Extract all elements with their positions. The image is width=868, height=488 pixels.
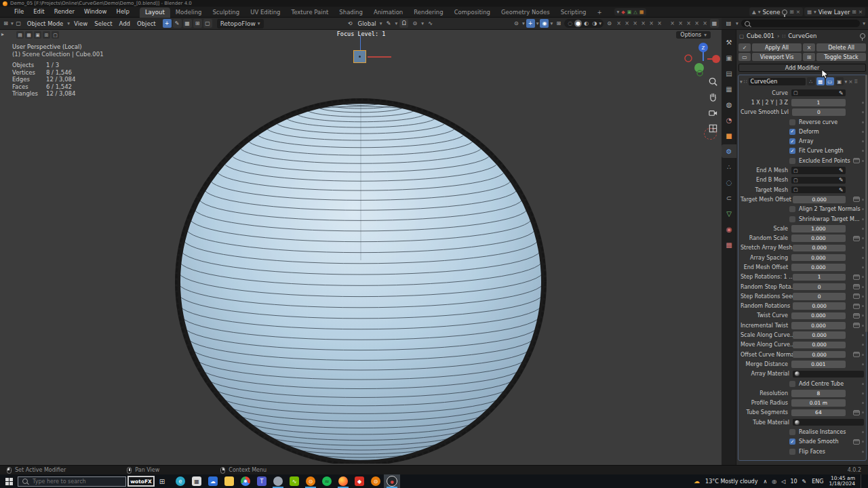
- pan-hand-icon[interactable]: [708, 92, 718, 102]
- decorator-icon[interactable]: [853, 304, 860, 309]
- animate-dot[interactable]: [862, 111, 864, 113]
- app-blender-2[interactable]: ⊙: [368, 474, 384, 488]
- tab-constraints[interactable]: ⊂: [722, 191, 736, 205]
- viewport-mini-icon-1[interactable]: ▤: [16, 31, 24, 39]
- chevron-down-icon[interactable]: ▾: [599, 20, 601, 26]
- missing-addon-icon[interactable]: ×: [701, 20, 709, 26]
- gizmo-x-ball[interactable]: [712, 55, 720, 63]
- viewport-menu-view[interactable]: View: [71, 20, 91, 27]
- missing-addon-icon[interactable]: ×: [639, 20, 647, 26]
- move-tool-icon[interactable]: +: [163, 19, 172, 28]
- value-field[interactable]: 0.000: [791, 254, 846, 262]
- modifier-name-field[interactable]: CurveGen: [749, 78, 806, 85]
- animate-dot[interactable]: [862, 314, 864, 317]
- material-shading-icon[interactable]: ◐: [583, 20, 590, 27]
- solid-shading-icon[interactable]: ●: [574, 20, 582, 27]
- copy-icon[interactable]: ⊞: [789, 9, 793, 15]
- align-2-target-normals-checkbox[interactable]: [789, 206, 795, 212]
- grid-orange-icon[interactable]: ▦: [639, 9, 644, 15]
- tab-output[interactable]: ▤: [722, 66, 736, 80]
- value-field[interactable]: 0.000: [793, 351, 846, 359]
- chevron-down-icon[interactable]: ▾: [421, 20, 424, 26]
- value-field[interactable]: 0.000: [793, 245, 846, 252]
- animate-dot[interactable]: [862, 208, 864, 210]
- value-field[interactable]: 0.01 m: [791, 399, 846, 407]
- value-field[interactable]: 0.000: [793, 302, 846, 310]
- value-field[interactable]: 0.000: [791, 322, 846, 329]
- tab-particles[interactable]: ∴: [722, 160, 736, 174]
- animate-dot[interactable]: [862, 411, 864, 413]
- clock[interactable]: 10:45 am 1/18/2024: [829, 476, 855, 487]
- toolbar-expand-arrow[interactable]: ▸: [1, 31, 4, 37]
- close-icon[interactable]: ×: [796, 9, 800, 15]
- tray-icon-5[interactable]: ✎: [802, 479, 807, 485]
- realise-instances-checkbox[interactable]: [789, 429, 795, 435]
- object-field[interactable]: ▢✎: [791, 186, 846, 194]
- material-field[interactable]: [793, 371, 864, 378]
- gizmo-z-axis[interactable]: [360, 35, 361, 50]
- addon-tool-icon[interactable]: ⊞: [193, 19, 202, 28]
- pin-icon[interactable]: [782, 9, 787, 15]
- sphere-object[interactable]: [163, 57, 563, 464]
- eyedropper-icon[interactable]: ✎: [839, 187, 844, 193]
- value-field[interactable]: 0: [792, 108, 846, 116]
- app-spotify[interactable]: ≈: [319, 474, 335, 488]
- pivot-point-icon[interactable]: ⊙: [512, 19, 521, 28]
- close-icon[interactable]: ×: [848, 79, 852, 85]
- tab-tool[interactable]: ⚒: [722, 35, 736, 49]
- gizmo-negx-ball[interactable]: [685, 55, 692, 62]
- gizmo-toggle-icon[interactable]: +: [526, 19, 535, 28]
- animate-dot[interactable]: [862, 257, 864, 259]
- collapse-arrow-icon[interactable]: ▾: [740, 79, 743, 85]
- toggle-stack-button[interactable]: Toggle Stack: [816, 53, 866, 61]
- add-modifier-button[interactable]: Add Modifier: [738, 64, 866, 72]
- workspace-tab-uv-editing[interactable]: UV Editing: [245, 7, 285, 18]
- value-field[interactable]: 0.000: [793, 196, 846, 203]
- animate-dot[interactable]: [862, 160, 864, 162]
- scene-selector[interactable]: ▲ ▾ Scene ⊞ ×: [749, 7, 803, 16]
- gizmo-x-axis[interactable]: [368, 56, 391, 58]
- chevron-down-icon[interactable]: ▾: [67, 20, 70, 26]
- mesh-triangle-icon[interactable]: △: [633, 9, 637, 15]
- overlays-toggle-icon[interactable]: ◉: [540, 19, 549, 28]
- viewport-mini-icon-4[interactable]: ⊞: [43, 31, 50, 39]
- tab-texture[interactable]: ▩: [722, 238, 736, 251]
- panel-toggle-icon[interactable]: ▦: [710, 19, 719, 28]
- missing-addon-icon[interactable]: ×: [656, 20, 663, 26]
- animate-dot[interactable]: [862, 441, 864, 443]
- value-field[interactable]: 0.000: [791, 235, 846, 242]
- retopoflow-menu[interactable]: RetopoFlow ▾: [217, 19, 264, 28]
- workspace-tab-sculpting[interactable]: Sculpting: [207, 7, 245, 18]
- apply-icon[interactable]: ✓: [738, 43, 751, 52]
- animate-dot[interactable]: [862, 228, 864, 230]
- app-obs[interactable]: ●: [384, 474, 400, 488]
- start-button[interactable]: [0, 474, 18, 488]
- value-field[interactable]: 0.000: [791, 312, 846, 320]
- animate-dot[interactable]: [862, 286, 864, 288]
- language-indicator[interactable]: ENG: [812, 479, 823, 485]
- chevron-down-icon[interactable]: ▾: [617, 9, 620, 15]
- render-toggle-icon[interactable]: ▣: [835, 77, 844, 85]
- tab-modifiers[interactable]: ⚙: [722, 144, 736, 158]
- animate-dot[interactable]: [862, 305, 864, 307]
- tray-icon-1[interactable]: ∧: [763, 479, 767, 485]
- decorator-icon[interactable]: [853, 352, 860, 357]
- missing-addon-icon[interactable]: ×: [615, 20, 623, 26]
- viewport-menu-add[interactable]: Add: [115, 20, 133, 27]
- navigation-gizmo[interactable]: Z: [680, 38, 722, 80]
- properties-editor-icon[interactable]: ▤: [724, 19, 733, 28]
- 3d-viewport[interactable]: ▸ ▤▦▣⊞▢ Focus Level: 1 Options ▾ User Pe…: [0, 30, 722, 465]
- new-layer-icon[interactable]: ⊞: [852, 9, 856, 15]
- taskbar-search-input[interactable]: [31, 478, 115, 485]
- xray-toggle-icon[interactable]: ⊞: [554, 19, 563, 28]
- workspace-tab-animation[interactable]: Animation: [368, 7, 408, 18]
- animate-dot[interactable]: [862, 237, 864, 239]
- missing-addon-icon[interactable]: ×: [685, 20, 692, 26]
- chevron-down-icon[interactable]: ▾: [395, 20, 397, 26]
- chevron-down-icon[interactable]: ▾: [536, 20, 539, 26]
- add-centre-tube-checkbox[interactable]: [789, 381, 795, 387]
- workspace-tab-compositing[interactable]: Compositing: [449, 7, 496, 18]
- render-preview-icon[interactable]: ⊙: [605, 19, 614, 28]
- animate-dot[interactable]: [862, 363, 864, 365]
- tab-view-layer[interactable]: ▦: [722, 82, 736, 96]
